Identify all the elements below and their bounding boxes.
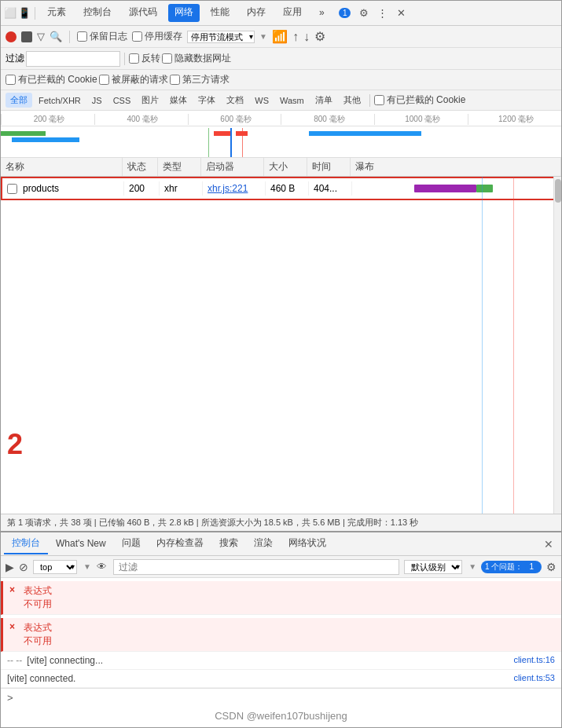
third-party-label[interactable]: 第三方请求 (170, 73, 230, 86)
th-waterfall[interactable]: 瀑布 (351, 158, 561, 176)
blocked-cookies-checkbox[interactable] (6, 75, 16, 85)
console-link-2[interactable]: client.ts:53 (513, 673, 555, 682)
bottom-tab-search[interactable]: 搜索 (211, 533, 246, 554)
console-level-select[interactable]: 默认级别 (404, 560, 462, 574)
download-icon[interactable]: ↓ (303, 30, 310, 44)
bottom-tab-whats-new[interactable]: What's New (48, 535, 114, 554)
console-stop-icon[interactable]: ⊘ (19, 561, 28, 573)
th-initiator[interactable]: 启动器 (201, 158, 264, 176)
console-link-1[interactable]: client.ts:16 (513, 655, 555, 664)
timeline-bars (1, 128, 561, 158)
bottom-tab-network-conditions[interactable]: 网络状况 (281, 533, 334, 554)
preserve-log-checkbox[interactable] (77, 31, 87, 42)
blocked-cookies-label[interactable]: 有已拦截的 Cookie (6, 73, 97, 86)
console-prompt[interactable]: > (1, 688, 561, 707)
tab-performance[interactable]: 性能 (203, 2, 237, 24)
hide-data-urls-checkbox-label[interactable]: 隐藏数据网址 (162, 52, 231, 65)
more-icon[interactable]: ⋮ (375, 5, 391, 21)
th-time[interactable]: 时间 (307, 158, 351, 176)
console-filter-input[interactable] (113, 559, 399, 575)
tab-memory[interactable]: 内存 (239, 2, 274, 24)
search-icon[interactable]: 🔍 (50, 31, 62, 42)
blocked-requests-checkbox[interactable] (99, 75, 109, 85)
bottom-tab-memory-inspector[interactable]: 内存检查器 (149, 533, 211, 554)
preserve-log-checkbox-label[interactable]: 保留日志 (77, 30, 127, 43)
stop-button[interactable] (21, 31, 32, 42)
tab-sources[interactable]: 源代码 (121, 2, 165, 24)
issue-badge[interactable]: 1 个问题： 1 (481, 561, 542, 573)
console-error-icon-2[interactable]: × (9, 621, 19, 632)
scrollbar-track[interactable] (553, 177, 561, 514)
bottom-tab-issues[interactable]: 问题 (114, 533, 149, 554)
console-error-body-1: 不可用 (24, 598, 555, 611)
row-checkbox-products[interactable] (7, 184, 17, 194)
filter-btn-css[interactable]: CSS (108, 94, 136, 107)
timeline-area: 200 毫秒 400 毫秒 600 毫秒 800 毫秒 1000 毫秒 1200… (1, 111, 561, 158)
console-log-prefix-1: -- -- (7, 655, 22, 666)
eye-icon[interactable]: 👁 (96, 561, 108, 573)
wifi-icon: 📶 (272, 29, 288, 44)
console-play-icon[interactable]: ▶ (6, 561, 14, 573)
console-gear-icon[interactable]: ⚙ (546, 561, 556, 573)
filter-btn-media[interactable]: 媒体 (165, 93, 192, 108)
filter-btn-wasm[interactable]: Wasm (275, 94, 309, 107)
filter-btn-fetch-xhr[interactable]: Fetch/XHR (34, 94, 86, 107)
network-panel: ▽ 🔍 保留日志 停用缓存 停用节流模式联机快速3G慢速3G ▼ 📶 ↑ ↓ ⚙… (1, 26, 561, 531)
cache-checkbox-label[interactable]: 停用缓存 (132, 30, 182, 43)
bottom-tab-rendering[interactable]: 渲染 (246, 533, 281, 554)
filter-btn-other[interactable]: 其他 (339, 93, 365, 108)
filter-icon[interactable]: ▽ (37, 31, 45, 42)
th-status[interactable]: 状态 (123, 158, 158, 176)
device-icon[interactable]: 📱 (18, 7, 31, 20)
throttle-select[interactable]: 停用节流模式联机快速3G慢速3G (187, 31, 255, 43)
console-error-icon-1[interactable]: × (9, 584, 19, 595)
tab-console[interactable]: 控制台 (75, 2, 119, 24)
filter-btn-js[interactable]: JS (87, 94, 107, 107)
table-row[interactable]: products 200 xhr xhr.js:221 460 B 404... (1, 177, 561, 200)
network-settings-icon[interactable]: ⚙ (314, 29, 325, 44)
table-body[interactable]: products 200 xhr xhr.js:221 460 B 404... (1, 177, 561, 514)
console-toolbar: ▶ ⊘ top ▼ 👁 默认级别 ▼ 1 个问题： 1 ⚙ (1, 556, 561, 578)
blocked-cookies-text: 有已拦截的 Cookie (18, 73, 97, 86)
upload-icon[interactable]: ↑ (292, 30, 299, 44)
filter-btn-manifest[interactable]: 清单 (310, 93, 337, 108)
tab-application[interactable]: 应用 (275, 2, 310, 24)
console-log-text-connecting: [vite] connecting... (27, 655, 509, 666)
th-type[interactable]: 类型 (158, 158, 201, 176)
td-type-products: xhr (160, 181, 203, 196)
invert-checkbox[interactable] (129, 53, 139, 64)
close-icon[interactable]: ✕ (394, 5, 410, 21)
wf-bar-purple (414, 185, 476, 192)
cache-checkbox[interactable] (132, 31, 142, 42)
console-context-select[interactable]: top (33, 560, 77, 574)
settings-icon[interactable]: ⚙ (356, 5, 372, 21)
td-initiator-products[interactable]: xhr.js:221 (203, 181, 266, 196)
filter-input[interactable] (26, 51, 120, 67)
record-button[interactable] (6, 31, 17, 42)
blocked-cookie-checkbox-label[interactable]: 有已拦截的 Cookie (374, 93, 466, 107)
blocked-requests-label[interactable]: 被屏蔽的请求 (99, 73, 168, 86)
hide-data-urls-checkbox[interactable] (162, 53, 172, 64)
tab-network[interactable]: 网络 (168, 4, 200, 22)
filter-btn-ws[interactable]: WS (250, 94, 274, 107)
th-size[interactable]: 大小 (264, 158, 307, 176)
tab-elements[interactable]: 元素 (39, 2, 74, 24)
issues-badge[interactable]: 1 (337, 5, 353, 21)
third-party-checkbox[interactable] (170, 75, 180, 85)
timeline-blue-line (230, 128, 232, 158)
preserve-log-label: 保留日志 (90, 30, 127, 43)
th-name[interactable]: 名称 (1, 158, 123, 176)
invert-checkbox-label[interactable]: 反转 (129, 52, 160, 65)
cursor-icon[interactable]: ⬜ (4, 7, 17, 20)
row-name-products: products (23, 183, 59, 194)
filter-btn-font[interactable]: 字体 (193, 93, 220, 108)
filter-btn-doc[interactable]: 文档 (222, 93, 248, 108)
console-entry-error-1: × 表达式 不可用 (1, 581, 561, 615)
bottom-tab-console[interactable]: 控制台 (4, 533, 48, 554)
blocked-cookie-filter-checkbox[interactable] (374, 95, 384, 105)
filter-btn-all[interactable]: 全部 (6, 93, 32, 108)
filter-btn-img[interactable]: 图片 (137, 93, 163, 108)
scrollbar-thumb[interactable] (555, 179, 561, 203)
tab-more[interactable]: » (311, 4, 332, 23)
bottom-panel-close[interactable]: ✕ (539, 538, 558, 551)
